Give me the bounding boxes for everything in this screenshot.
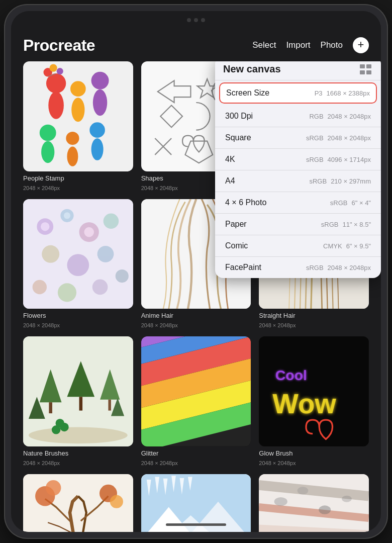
canvas-row-name: A4 (225, 176, 235, 186)
gallery-item-label: People Stamp (23, 174, 133, 182)
svg-point-63 (46, 480, 61, 496)
svg-point-33 (104, 213, 119, 229)
canvas-row-a4[interactable]: A4 sRGB 210 × 297mm (215, 170, 381, 192)
svg-rect-49 (108, 400, 111, 411)
svg-rect-57 (141, 336, 251, 446)
svg-point-65 (110, 495, 123, 508)
dropdown-title: New canvas (223, 63, 281, 75)
canvas-row-info: sRGB 6" × 4" (330, 199, 371, 207)
svg-point-14 (57, 68, 63, 74)
canvas-dims: 11" × 8.5" (342, 221, 371, 228)
list-item[interactable]: Autumn 2048 × 2048px (23, 474, 133, 532)
canvas-row-profile: P3 (315, 89, 323, 97)
canvas-row-paper[interactable]: Paper sRGB 11" × 8.5" (215, 214, 381, 235)
list-item[interactable]: Brick & Animal Print 2048 × 2048px (259, 474, 369, 532)
svg-point-7 (41, 141, 54, 163)
canvas-row-facepaint[interactable]: FacePaint sRGB 2048 × 2048px (215, 257, 381, 278)
camera-dot-2 (194, 18, 198, 22)
canvas-row-info: CMYK 6" × 9.5" (323, 242, 371, 250)
app-header: Procreate Select Import Photo + (11, 29, 381, 61)
top-bar (11, 11, 381, 29)
svg-point-6 (40, 125, 56, 141)
svg-point-10 (89, 122, 105, 138)
gallery-item-label: Straight Hair (259, 312, 369, 319)
brick-animal-print-thumb (259, 474, 369, 532)
autumn-thumb (23, 474, 133, 532)
canvas-row-info: sRGB 4096 × 1714px (306, 156, 371, 163)
gallery-item-dims: 2048 × 2048px (259, 322, 369, 328)
gallery-item-label: Nature Brushes (23, 449, 133, 457)
canvas-row-name: Paper (225, 220, 247, 229)
list-item[interactable]: Flowers 2048 × 2048px (23, 199, 133, 329)
svg-point-3 (71, 98, 84, 122)
list-item[interactable]: Glitter 2048 × 2048px (141, 336, 251, 466)
glow-brush-thumb: Cool Wow (259, 336, 369, 446)
svg-point-82 (274, 497, 287, 506)
gallery-item-dims: 2048 × 2048px (259, 460, 369, 466)
canvas-dims: 2048 × 2048px (328, 134, 371, 142)
dropdown-header: New canvas (215, 61, 381, 80)
canvas-row-info: P3 1668 × 2388px (315, 89, 370, 97)
canvas-row-info: sRGB 2048 × 2048px (306, 134, 371, 142)
svg-rect-47 (79, 397, 83, 411)
svg-point-83 (298, 487, 309, 494)
svg-text:Wow: Wow (273, 389, 337, 419)
select-button[interactable]: Select (252, 40, 276, 50)
svg-point-84 (319, 505, 331, 514)
canvas-row-name: 4K (225, 155, 235, 164)
camera-area (187, 18, 205, 22)
svg-point-38 (58, 283, 76, 302)
glitter-thumb (141, 336, 251, 446)
svg-point-8 (66, 132, 79, 145)
canvas-row-square[interactable]: Square sRGB 2048 × 2048px (215, 127, 381, 149)
canvas-row-name: Screen Size (226, 88, 269, 98)
add-canvas-button[interactable]: + (353, 37, 369, 53)
import-button[interactable]: Import (286, 40, 310, 50)
gallery-item-dims: 2048 × 2048px (23, 322, 133, 328)
gallery-item-dims: 2048 × 2048px (23, 460, 133, 466)
canvas-dims: 210 × 297mm (331, 177, 371, 185)
gallery-item-label: Flowers (23, 312, 133, 319)
svg-point-32 (84, 227, 94, 237)
header-actions: Select Import Photo + (252, 37, 369, 53)
canvas-row-4k[interactable]: 4K sRGB 4096 × 1714px (215, 149, 381, 170)
canvas-profile: CMYK (323, 242, 342, 250)
svg-point-9 (67, 146, 78, 166)
canvas-row-name: 300 Dpi (225, 112, 253, 121)
camera-dot-3 (201, 18, 205, 22)
canvas-dims: 4096 × 1714px (328, 156, 371, 163)
gallery-item-dims: 2048 × 2048px (23, 185, 133, 191)
canvas-row-4-×-6-photo[interactable]: 4 × 6 Photo sRGB 6" × 4" (215, 192, 381, 214)
canvas-row-300-dpi[interactable]: 300 Dpi RGB 2048 × 2048px (215, 106, 381, 127)
canvas-profile: sRGB (321, 221, 339, 228)
list-item[interactable]: Cool Wow (259, 336, 369, 466)
canvas-profile: sRGB (306, 156, 324, 163)
dropdown-grid-icon[interactable] (360, 64, 373, 74)
canvas-row-screen-size[interactable]: Screen Size P3 1668 × 2388px (219, 82, 377, 104)
gallery-item-label: Glitter (141, 449, 251, 457)
flowers-thumb (23, 199, 133, 309)
canvas-row-name: FacePaint (225, 263, 261, 272)
svg-point-5 (93, 89, 107, 116)
canvas-row-info: sRGB 11" × 8.5" (321, 221, 371, 228)
canvas-dims: 6" × 9.5" (346, 242, 371, 250)
list-item[interactable]: People Stamp 2048 × 2048px (23, 61, 133, 191)
svg-point-13 (49, 64, 57, 71)
svg-point-28 (41, 222, 49, 231)
canvas-profile: RGB (309, 113, 323, 120)
canvas-rows-list: 300 Dpi RGB 2048 × 2048px Square sRGB 20… (215, 106, 381, 278)
camera-dot-1 (187, 18, 191, 22)
canvas-profile: sRGB (330, 199, 348, 207)
svg-point-39 (92, 279, 108, 295)
gallery-item-label: Anime Hair (141, 312, 251, 319)
svg-point-11 (91, 138, 104, 160)
svg-point-36 (97, 246, 114, 262)
gallery-item-label: Glow Brush (259, 449, 369, 457)
canvas-row-info: sRGB 210 × 297mm (309, 177, 371, 185)
list-item[interactable]: Nature Brushes 2048 × 2048px (23, 336, 133, 466)
main-content: People Stamp 2048 × 2048px (11, 61, 381, 532)
canvas-row-comic[interactable]: Comic CMYK 6" × 9.5" (215, 235, 381, 257)
svg-point-85 (342, 496, 352, 502)
canvas-profile: sRGB (309, 177, 327, 185)
photo-button[interactable]: Photo (321, 40, 343, 50)
